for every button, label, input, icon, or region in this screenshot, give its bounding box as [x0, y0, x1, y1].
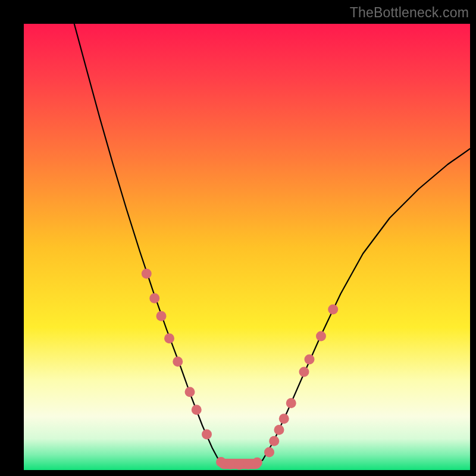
highlight-dot: [305, 355, 315, 365]
v-curve: [74, 24, 470, 465]
highlight-dot: [173, 356, 183, 367]
highlight-dot: [299, 367, 309, 377]
highlight-dot: [164, 333, 174, 343]
highlight-dot: [185, 387, 195, 397]
highlight-dot: [149, 293, 159, 303]
highlight-dot: [279, 414, 289, 424]
highlight-dot: [286, 398, 296, 408]
highlight-dot: [192, 405, 202, 415]
plot-area: [24, 24, 470, 470]
highlight-dot: [216, 457, 226, 467]
curve-layer: [24, 24, 470, 470]
highlight-dot: [264, 447, 274, 458]
chart-frame: TheBottleneck.com: [0, 0, 476, 476]
watermark-text: TheBottleneck.com: [350, 5, 469, 21]
highlight-dot: [142, 269, 152, 279]
highlight-dot: [243, 459, 253, 469]
highlight-dot: [202, 430, 212, 440]
highlight-dot: [156, 311, 167, 321]
highlight-dot: [274, 425, 284, 435]
highlight-dot: [252, 458, 262, 468]
highlight-dot: [328, 305, 338, 315]
highlight-dot: [234, 460, 245, 470]
highlight-dot: [316, 331, 326, 342]
highlight-dot: [269, 436, 279, 446]
highlight-dots: [142, 269, 339, 470]
highlight-dot: [226, 459, 236, 469]
